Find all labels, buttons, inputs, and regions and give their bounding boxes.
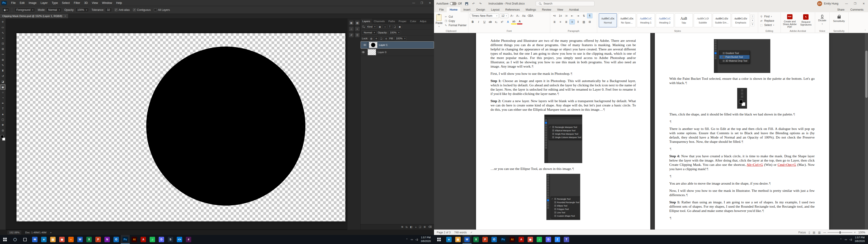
taskbar-app-acrobat[interactable]: A bbox=[139, 235, 148, 244]
layer-row-layer-0[interactable]: Layer 0 bbox=[361, 49, 434, 56]
brush-tool[interactable]: ✎ bbox=[0, 63, 5, 68]
taskbar-app-spotify[interactable]: ♫ bbox=[535, 235, 544, 244]
taskbar-app-outlook[interactable]: O bbox=[112, 235, 121, 244]
paint-bucket-tool[interactable]: ◈ bbox=[0, 84, 5, 90]
layer-fill-select[interactable]: 100% ▾ bbox=[395, 37, 407, 40]
zoom-tool[interactable]: ◎ bbox=[0, 128, 5, 133]
scrollbar[interactable] bbox=[865, 33, 868, 230]
taskbar-app-excel[interactable]: X bbox=[85, 235, 94, 244]
visibility-toggle[interactable] bbox=[362, 42, 368, 48]
document-page-2[interactable]: Adobe Photoshop and Illustrator are two … bbox=[476, 33, 650, 230]
panel-tab-layers[interactable]: Layers bbox=[361, 19, 372, 24]
marquee-tool[interactable]: ▭ bbox=[0, 25, 5, 30]
subscript-button[interactable]: x₂ bbox=[493, 20, 499, 24]
healing-brush-tool[interactable]: ⊕ bbox=[0, 57, 5, 63]
flyout-item-gradient-tool[interactable]: Gradient Tool bbox=[719, 51, 750, 55]
canvas-area[interactable] bbox=[6, 19, 347, 230]
menu-image[interactable]: Image bbox=[27, 0, 39, 6]
tab-mailings[interactable]: Mailings bbox=[523, 7, 539, 12]
shape-tool[interactable]: ▢ bbox=[0, 117, 5, 122]
flyout-item-single-row-marquee-tool[interactable]: Single Row Marquee Tool bbox=[549, 132, 582, 135]
flyout-item-single-column-marquee-tool[interactable]: Single Column Marquee Tool bbox=[549, 135, 582, 139]
taskbar-app-powerpoint[interactable]: P bbox=[480, 235, 490, 244]
search-box[interactable]: Search bbox=[536, 1, 594, 6]
taskbar-app-illustrator[interactable]: Ai bbox=[508, 235, 517, 244]
taskbar-app-powerpoint[interactable]: P bbox=[94, 235, 103, 244]
adjustments-panel-icon[interactable]: ◐ bbox=[355, 27, 360, 31]
libraries-panel-icon[interactable]: ⌂ bbox=[349, 27, 353, 31]
filter-type-icon[interactable]: ▦ bbox=[378, 25, 382, 28]
fill-source-select[interactable]: Foreground ▾ bbox=[15, 8, 35, 12]
taskbar-app-file-explorer[interactable]: ▤ bbox=[49, 235, 57, 244]
filter-type-icon[interactable]: ❑ bbox=[393, 25, 397, 28]
word-count[interactable]: 748 words bbox=[454, 231, 467, 234]
highlight-button[interactable]: ab bbox=[511, 20, 517, 24]
cut-button[interactable]: ✂Cut bbox=[444, 15, 467, 18]
color-swatches[interactable] bbox=[0, 135, 5, 141]
panel-tab-proper[interactable]: Proper bbox=[397, 19, 408, 24]
taskbar-app-photoshop[interactable]: Ps bbox=[499, 235, 508, 244]
delete-layer-icon[interactable]: ⌫ bbox=[428, 225, 432, 228]
mode-select[interactable]: Normal ▾ bbox=[46, 8, 61, 12]
menu-window[interactable]: Window bbox=[100, 0, 114, 6]
history-panel-icon[interactable]: ↺ bbox=[349, 33, 353, 37]
option-checkbox-contiguous[interactable]: ✓Contiguous bbox=[133, 8, 151, 11]
taskbar-app-word[interactable]: W bbox=[463, 235, 471, 244]
minimize-button[interactable]: — bbox=[410, 0, 418, 6]
tab-file[interactable]: File bbox=[436, 7, 447, 12]
taskbar-app-acrobat[interactable]: A bbox=[517, 235, 526, 244]
hand-tool[interactable]: ❖ bbox=[0, 122, 5, 128]
justify-button[interactable]: ≡ bbox=[569, 20, 575, 24]
share-button[interactable]: Share bbox=[835, 8, 847, 11]
taskbar-app-discord[interactable]: D bbox=[544, 235, 553, 244]
document-canvas[interactable] bbox=[17, 33, 345, 221]
superscript-button[interactable]: x² bbox=[499, 20, 505, 24]
format-painter-button[interactable]: ✎Format Painter bbox=[444, 24, 467, 27]
taskbar-app-chrome[interactable]: ◉ bbox=[526, 235, 535, 244]
filter-kind-select[interactable]: Kind ▾ bbox=[366, 25, 377, 28]
frame-tool[interactable]: ⊞ bbox=[0, 46, 5, 52]
pen-tool[interactable]: ✒ bbox=[0, 100, 5, 106]
taskbar-app-chrome[interactable]: ◉ bbox=[57, 235, 66, 244]
strikethrough-button[interactable]: ab bbox=[488, 20, 493, 24]
layer-group-icon[interactable]: ❑ bbox=[419, 225, 421, 228]
hidden-icons-button[interactable]: ⌃ bbox=[406, 238, 408, 241]
flyout-item-rectangle-marquee-tool[interactable]: ✓Rectangle Marquee Tool bbox=[549, 125, 582, 129]
zoom-slider[interactable] bbox=[828, 232, 852, 233]
tray-icon[interactable]: ◁) bbox=[415, 238, 418, 241]
tab-insert[interactable]: Insert bbox=[460, 7, 473, 12]
adjustment-layer-icon[interactable]: ◑ bbox=[415, 226, 416, 228]
new-layer-icon[interactable]: ⊞ bbox=[424, 225, 426, 228]
numbering-button[interactable]: 1≡ bbox=[558, 13, 563, 18]
italic-button[interactable]: I bbox=[476, 20, 481, 24]
flyout-item-paint-bucket-tool[interactable]: ✓Paint Bucket Tool bbox=[719, 55, 750, 59]
start-button[interactable] bbox=[0, 235, 10, 244]
zoom-in-button[interactable]: + bbox=[854, 231, 856, 234]
menu-type[interactable]: Type bbox=[50, 0, 60, 6]
zoom-slider-knob[interactable] bbox=[839, 231, 841, 234]
taskbar-app-mail[interactable]: ✉ bbox=[30, 235, 39, 244]
menu-3d[interactable]: 3D bbox=[82, 0, 90, 6]
focus-button[interactable]: Focus bbox=[798, 231, 806, 234]
taskbar-app-excel[interactable]: X bbox=[471, 235, 480, 244]
chevron-right-icon[interactable]: ▸ bbox=[51, 231, 52, 234]
menu-help[interactable]: Help bbox=[114, 0, 124, 6]
taskbar-app-zoom[interactable]: Z bbox=[553, 235, 562, 244]
taskbar-app-file-explorer[interactable]: ▤ bbox=[454, 235, 463, 244]
clock[interactable]: 1:57 PM 3/8/2020 bbox=[421, 236, 431, 243]
taskbar-app-slack[interactable]: # bbox=[184, 235, 193, 244]
panel-tab-channels[interactable]: Channels bbox=[372, 19, 387, 24]
tool-preset-picker[interactable]: ◈ ▾ bbox=[2, 7, 9, 12]
quick-selection-tool[interactable]: ⌖ bbox=[0, 35, 5, 41]
opacity-select[interactable]: 100% ▾ bbox=[75, 8, 89, 12]
line-spacing-button[interactable]: ⇕ bbox=[575, 20, 581, 24]
flyout-item-elliptical-marquee-tool[interactable]: Elliptical Marquee Tool bbox=[549, 129, 582, 132]
clear-formatting-button[interactable]: ⌫A bbox=[527, 13, 534, 18]
show-marks-button[interactable]: ¶ bbox=[587, 13, 592, 18]
decrease-indent-button[interactable]: ⇤ bbox=[569, 13, 575, 18]
style-no-spac[interactable]: AaBbCcDcNo Spac... bbox=[618, 13, 636, 27]
tab-home[interactable]: Home bbox=[447, 7, 460, 12]
color-panel-icon[interactable]: ▣ bbox=[349, 21, 353, 25]
option-checkbox-all-layers[interactable]: All Layers bbox=[154, 8, 170, 11]
tab-references[interactable]: References bbox=[502, 7, 523, 12]
